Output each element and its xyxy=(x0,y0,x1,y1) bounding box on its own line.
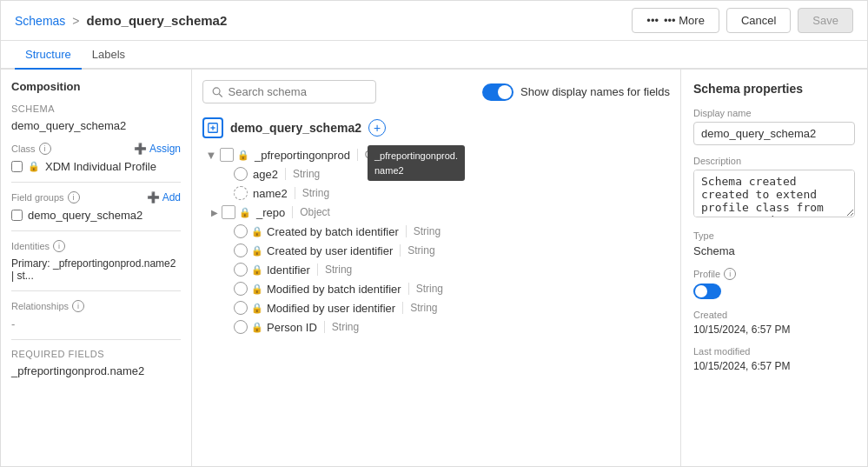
field-groups-info-icon[interactable]: i xyxy=(68,191,80,203)
relationships-value: - xyxy=(11,317,181,330)
display-name-label: Display name xyxy=(693,108,855,118)
lock-icon: 🔒 xyxy=(28,161,40,172)
node-type-created-batch: String xyxy=(406,225,441,237)
type-value: Schema xyxy=(693,244,855,257)
node-label-identifier: Identifier xyxy=(267,264,310,277)
field-groups-label: Field groups i xyxy=(11,191,80,203)
field-group-checkbox[interactable] xyxy=(11,210,23,221)
add-field-button[interactable]: + xyxy=(368,119,386,137)
cancel-button[interactable]: Cancel xyxy=(726,8,791,33)
tree-node-created-batch: 🔒 Created by batch identifier String xyxy=(202,222,670,241)
node-checkbox-repo[interactable] xyxy=(222,205,235,219)
profile-label: Profile i xyxy=(693,268,855,280)
toggle-row: Show display names for fields xyxy=(482,83,670,101)
plus-icon: ➕ xyxy=(134,143,147,155)
last-modified-section: Last modified 10/15/2024, 6:57 PM xyxy=(693,346,855,372)
tooltip-pfreportingonprod: _pfreportingonprod.name2 xyxy=(368,145,465,181)
node-circle-modified-user xyxy=(234,301,248,315)
composition-title: Composition xyxy=(11,80,181,93)
toggle-knob xyxy=(498,85,512,99)
type-label: Type xyxy=(693,230,855,241)
collapse-toggle-pfreportingonprod[interactable]: ▼ xyxy=(202,149,220,162)
add-icon: ➕ xyxy=(147,191,160,203)
node-circle-identifier xyxy=(234,263,248,277)
node-type-repo: Object xyxy=(292,206,330,218)
type-section: Type Schema xyxy=(693,230,855,257)
svg-point-0 xyxy=(213,87,220,94)
profile-toggle[interactable] xyxy=(693,284,721,299)
tree-node-created-user: 🔒 Created by user identifier String xyxy=(202,241,670,260)
class-info-icon[interactable]: i xyxy=(39,143,51,155)
identities-header: Identities i xyxy=(11,240,181,252)
identity-value: Primary: _pfreportingonprod.name2 | st..… xyxy=(11,257,181,282)
node-circle-dotted-name2 xyxy=(234,186,248,200)
schema-root-icon xyxy=(202,117,223,138)
node-label-modified-batch: Modified by batch identifier xyxy=(267,283,401,296)
right-panel: Schema properties Display name Descripti… xyxy=(680,70,867,466)
schema-root-label: demo_query_schema2 xyxy=(230,121,361,135)
main-content: Composition Schema demo_query_schema2 Cl… xyxy=(1,70,867,466)
schema-label: Schema xyxy=(11,103,181,114)
divider-2 xyxy=(11,230,181,231)
assign-button[interactable]: ➕ Assign xyxy=(134,143,181,155)
required-fields-label: Required fields xyxy=(11,349,181,359)
divider-1 xyxy=(11,182,181,183)
svg-line-1 xyxy=(219,93,222,97)
add-field-group-button[interactable]: ➕ Add xyxy=(147,191,181,203)
schema-tree: demo_query_schema2 + ▼ 🔒 _pfreportingonp… xyxy=(202,114,670,340)
node-circle-age2 xyxy=(234,167,248,181)
node-label-pfreportingonprod: _pfreportingonprod xyxy=(255,149,350,162)
description-section: Description Schema created created to ex… xyxy=(693,156,855,220)
schema-value: demo_query_schema2 xyxy=(11,119,181,132)
class-label: Class i xyxy=(11,143,51,155)
node-label-person-id: Person ID xyxy=(267,321,317,334)
lock-icon-person-id: 🔒 xyxy=(251,322,263,333)
header-left: Schemas > demo_query_schema2 xyxy=(15,13,227,28)
tree-node-modified-user: 🔒 Modified by user identifier String xyxy=(202,298,670,317)
field-groups-header: Field groups i ➕ Add xyxy=(11,191,181,203)
required-field-value: _pfreportingonprod.name2 xyxy=(11,364,181,377)
lock-icon-modified-user: 🔒 xyxy=(251,303,263,314)
tree-node-repo: ▶ 🔒 _repo Object xyxy=(202,203,670,222)
profile-info-icon[interactable]: i xyxy=(724,268,736,280)
node-circle-person-id xyxy=(234,320,248,334)
node-label-created-batch: Created by batch identifier xyxy=(267,225,399,238)
node-checkbox-pfreportingonprod[interactable] xyxy=(220,148,234,162)
node-circle-created-user xyxy=(234,244,248,257)
tree-node-pfreportingonprod: ▼ 🔒 _pfreportingonprod Object _pfreporti… xyxy=(202,145,670,164)
tree-node-person-id: 🔒 Person ID String xyxy=(202,317,670,337)
profile-toggle-knob xyxy=(695,285,707,297)
display-names-toggle[interactable] xyxy=(482,83,514,101)
center-panel: Show display names for fields demo_query… xyxy=(192,70,680,466)
search-box[interactable] xyxy=(202,80,376,103)
lock-icon-modified-batch: 🔒 xyxy=(251,284,263,295)
display-name-section: Display name xyxy=(693,108,855,145)
repo-arrows: ▶ xyxy=(211,208,218,217)
node-label-name2: name2 xyxy=(253,187,288,200)
tab-labels[interactable]: Labels xyxy=(82,41,136,70)
center-header: Show display names for fields xyxy=(202,80,670,103)
more-button[interactable]: ••• ••• More xyxy=(632,8,719,33)
class-checkbox[interactable] xyxy=(11,161,23,172)
node-type-age2: String xyxy=(285,168,320,180)
tab-structure[interactable]: Structure xyxy=(15,41,82,70)
node-type-created-user: String xyxy=(400,244,434,257)
identities-info-icon[interactable]: i xyxy=(53,240,65,252)
search-input[interactable] xyxy=(229,85,367,98)
breadcrumb-link[interactable]: Schemas xyxy=(15,14,65,28)
created-section: Created 10/15/2024, 6:57 PM xyxy=(693,310,855,336)
tabs-bar: Structure Labels xyxy=(1,41,867,70)
node-circle-created-batch xyxy=(234,224,248,238)
description-label: Description xyxy=(693,156,855,166)
lock-icon-created-user: 🔒 xyxy=(251,245,263,257)
save-button[interactable]: Save xyxy=(798,8,853,33)
left-panel: Composition Schema demo_query_schema2 Cl… xyxy=(1,70,192,466)
node-label-repo: _repo xyxy=(256,206,285,219)
toggle-label: Show display names for fields xyxy=(520,85,670,98)
relationships-info-icon[interactable]: i xyxy=(72,300,84,312)
created-label: Created xyxy=(693,310,855,320)
display-name-input[interactable] xyxy=(693,122,855,145)
class-item-label: XDM Individual Profile xyxy=(45,160,156,173)
lock-icon-repo: 🔒 xyxy=(239,207,251,218)
description-textarea[interactable]: Schema created created to extend profile… xyxy=(693,170,855,217)
